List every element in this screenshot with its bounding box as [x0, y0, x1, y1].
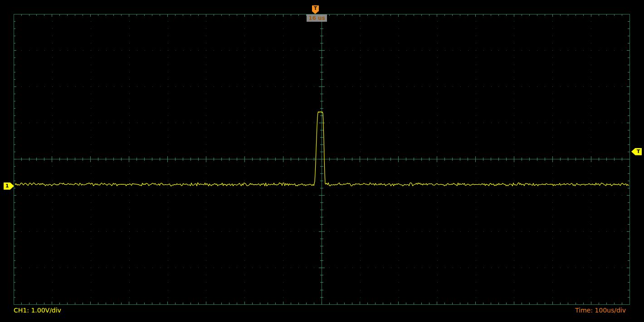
oscilloscope-screen: T 16 us 1 T CH1: 1.00V/div Time: 100us/d… — [0, 0, 644, 322]
timebase-label: Time: 100us/div — [575, 307, 626, 314]
trigger-position-glyph: T — [314, 6, 317, 11]
trigger-position-marker[interactable]: T — [312, 5, 319, 11]
ch1-waveform-trace — [0, 0, 644, 322]
channel1-scale-label: CH1: 1.00V/div — [14, 307, 61, 314]
trigger-delay-badge: 16 us — [307, 14, 327, 22]
